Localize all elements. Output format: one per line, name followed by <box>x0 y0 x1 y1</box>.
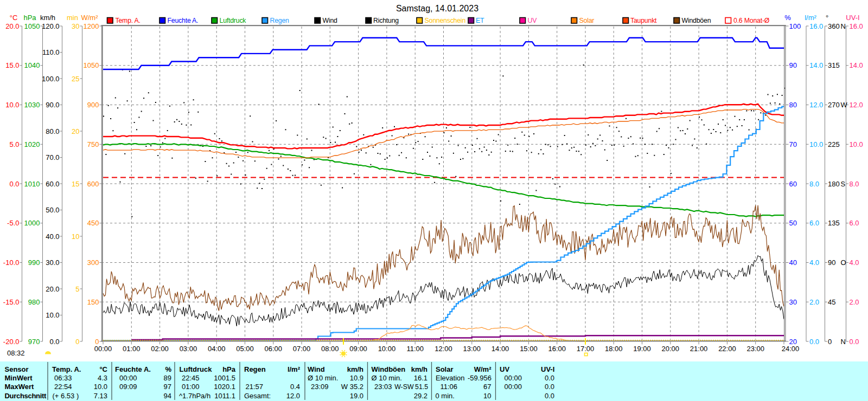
svg-text:50: 50 <box>789 219 797 227</box>
svg-text:01:00: 01:00 <box>182 383 200 391</box>
svg-text:km/h: km/h <box>347 365 363 373</box>
svg-text:30.0: 30.0 <box>46 258 59 267</box>
svg-text:08:32: 08:32 <box>7 349 25 357</box>
svg-text:Regen: Regen <box>244 365 266 373</box>
svg-text:990: 990 <box>28 258 40 267</box>
svg-text:0.0: 0.0 <box>49 338 59 346</box>
svg-text:15: 15 <box>72 180 79 188</box>
svg-text:Wind: Wind <box>308 365 325 373</box>
svg-text:0.6 Monat-Ø: 0.6 Monat-Ø <box>733 17 770 24</box>
svg-text:1011.1: 1011.1 <box>214 392 235 400</box>
svg-text:°: ° <box>826 14 828 22</box>
svg-text:110.0: 110.0 <box>42 48 60 56</box>
svg-text:00:00: 00:00 <box>94 345 112 353</box>
svg-text:40.0: 40.0 <box>46 232 59 241</box>
svg-text:16.0: 16.0 <box>850 22 863 30</box>
svg-text:0.4: 0.4 <box>290 383 300 391</box>
svg-text:Ø 10 min.: Ø 10 min. <box>372 374 402 382</box>
svg-text:1050: 1050 <box>24 22 40 30</box>
svg-text:Windböen: Windböen <box>372 365 406 373</box>
svg-text:120.0: 120.0 <box>42 22 60 30</box>
svg-text:2.0: 2.0 <box>809 298 819 306</box>
svg-text:7.13: 7.13 <box>94 392 107 400</box>
svg-text:22:45: 22:45 <box>182 374 200 382</box>
svg-text:0 min.: 0 min. <box>436 392 455 400</box>
svg-text:Gesamt:: Gesamt: <box>244 392 271 400</box>
svg-text:8.0: 8.0 <box>850 180 859 188</box>
svg-text:Solar: Solar <box>436 365 454 373</box>
svg-text:0.0: 0.0 <box>545 383 554 391</box>
svg-text:20.0: 20.0 <box>46 285 59 293</box>
svg-text:-10.0: -10.0 <box>3 258 20 267</box>
svg-text:N: N <box>841 22 846 30</box>
svg-text:1030: 1030 <box>24 101 40 109</box>
svg-text:10: 10 <box>72 232 79 241</box>
svg-text:80: 80 <box>789 101 797 109</box>
svg-text:Regen: Regen <box>270 17 290 24</box>
svg-text:UV: UV <box>528 17 538 24</box>
svg-text:90: 90 <box>789 61 797 69</box>
svg-text:(+ 6.53 ): (+ 6.53 ) <box>53 392 79 400</box>
svg-text:900: 900 <box>87 101 99 109</box>
svg-text:Sensor: Sensor <box>5 365 29 373</box>
svg-text:180: 180 <box>828 180 840 188</box>
svg-text:8.0: 8.0 <box>809 180 819 188</box>
svg-text:hPa: hPa <box>222 365 236 373</box>
svg-text:Richtung: Richtung <box>373 17 399 24</box>
svg-text:0.0: 0.0 <box>545 374 554 382</box>
svg-text:30: 30 <box>789 298 797 306</box>
svg-text:14.0: 14.0 <box>850 61 863 69</box>
svg-text:225: 225 <box>828 140 840 148</box>
svg-text:-5.0: -5.0 <box>7 219 19 227</box>
svg-text:11:00: 11:00 <box>406 345 424 353</box>
svg-text:08:00: 08:00 <box>321 345 339 353</box>
svg-text:03:00: 03:00 <box>180 345 197 353</box>
svg-text:97: 97 <box>164 383 171 391</box>
svg-text:20.0: 20.0 <box>5 22 19 30</box>
svg-text:15:00: 15:00 <box>520 345 538 353</box>
svg-text:10.0: 10.0 <box>5 101 19 109</box>
svg-text:29.2: 29.2 <box>414 392 427 400</box>
svg-text:Solar: Solar <box>579 17 595 24</box>
svg-text:MinWert: MinWert <box>5 374 33 382</box>
svg-text:100: 100 <box>789 22 801 30</box>
svg-text:1040: 1040 <box>24 61 40 69</box>
svg-text:315: 315 <box>828 61 840 69</box>
svg-text:16:00: 16:00 <box>548 345 566 353</box>
svg-text:4.0: 4.0 <box>809 258 819 267</box>
svg-text:70: 70 <box>789 140 797 148</box>
svg-text:02:00: 02:00 <box>151 345 169 353</box>
svg-text:5.0: 5.0 <box>9 140 19 148</box>
svg-text:Feuchte A.: Feuchte A. <box>115 365 151 373</box>
svg-text:W/m²: W/m² <box>81 14 98 22</box>
svg-text:^1.7hPa/h: ^1.7hPa/h <box>179 392 210 400</box>
svg-text:Luftdruck: Luftdruck <box>180 365 213 373</box>
svg-text:06:00: 06:00 <box>265 345 283 353</box>
svg-text:10: 10 <box>483 392 491 400</box>
svg-text:00:00: 00:00 <box>505 374 522 382</box>
svg-text:Wind: Wind <box>323 17 338 24</box>
svg-text:O: O <box>841 258 846 267</box>
svg-text:Elevation: Elevation <box>436 374 464 382</box>
svg-text:80.0: 80.0 <box>46 127 59 135</box>
svg-text:1020.1: 1020.1 <box>214 383 235 391</box>
svg-text:67: 67 <box>483 383 491 391</box>
svg-text:1000: 1000 <box>24 219 40 227</box>
svg-text:23:03: 23:03 <box>374 383 392 391</box>
svg-text:50.0: 50.0 <box>46 206 59 214</box>
svg-text:°C: °C <box>99 365 107 373</box>
svg-text:Ø 10 min.: Ø 10 min. <box>308 374 338 382</box>
svg-text:6.0: 6.0 <box>809 219 819 227</box>
svg-text:25: 25 <box>72 75 79 83</box>
svg-text:1020: 1020 <box>24 140 40 148</box>
svg-text:6.0: 6.0 <box>850 219 859 227</box>
svg-text:UV: UV <box>500 365 509 373</box>
svg-text:0: 0 <box>75 338 79 346</box>
svg-text:19.0: 19.0 <box>350 392 363 400</box>
svg-text:4.0: 4.0 <box>850 258 859 267</box>
svg-text:89: 89 <box>164 374 171 382</box>
svg-text:12.0: 12.0 <box>809 101 823 109</box>
svg-text:Windböen: Windböen <box>682 17 711 24</box>
svg-text:%: % <box>784 14 791 22</box>
svg-text:km/h: km/h <box>411 365 427 373</box>
